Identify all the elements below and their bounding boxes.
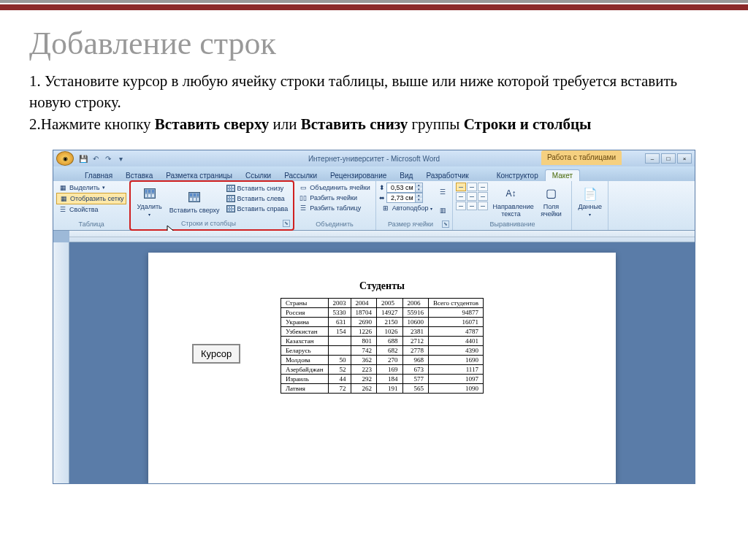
table-cell[interactable]: 682 — [377, 346, 403, 356]
table-cell[interactable]: 10600 — [402, 318, 429, 327]
insert-left-button[interactable]: Вставить слева — [224, 193, 291, 204]
table-cell[interactable]: 154 — [328, 327, 351, 337]
insert-below-button[interactable]: Вставить снизу — [224, 183, 291, 193]
table-cell[interactable]: 2712 — [402, 337, 429, 346]
align-tc[interactable] — [467, 183, 477, 191]
table-row[interactable]: Россия533018704149275591694877 — [280, 308, 483, 318]
table-row[interactable]: Беларусь74268227784390 — [280, 346, 483, 356]
office-button[interactable]: ◉ — [56, 151, 74, 166]
align-bl[interactable] — [456, 202, 466, 210]
table-cell[interactable]: 4401 — [429, 337, 484, 346]
table-cell[interactable]: Беларусь — [280, 346, 328, 356]
table-row[interactable]: Азербайджан522231696731117 — [280, 365, 483, 375]
height-down[interactable]: ▾ — [415, 188, 422, 192]
tab-view[interactable]: Вид — [393, 170, 419, 181]
table-cell[interactable]: Казахстан — [280, 337, 328, 346]
data-button[interactable]: 📄 Данные ▾ — [575, 183, 605, 220]
table-cell[interactable] — [328, 337, 351, 346]
tab-pagelayout[interactable]: Разметка страницы — [159, 170, 239, 181]
table-row[interactable]: Узбекистан1541226102623814787 — [280, 327, 483, 337]
table-cell[interactable]: 1097 — [429, 375, 484, 384]
table-cell[interactable]: 742 — [351, 346, 377, 356]
table-cell[interactable]: Молдова — [280, 356, 328, 365]
table-cell[interactable]: 184 — [377, 375, 403, 384]
table-cell[interactable]: Украина — [280, 318, 328, 327]
rowscols-launcher[interactable]: ⬊ — [283, 220, 290, 227]
distribute-rows-button[interactable]: ☰ — [436, 187, 449, 197]
table-cell[interactable]: 270 — [377, 356, 403, 365]
table-cell[interactable]: 18704 — [351, 308, 377, 318]
table-cell[interactable]: 52 — [328, 365, 351, 375]
table-cell[interactable]: 801 — [351, 337, 377, 346]
align-tl[interactable] — [456, 183, 466, 191]
merge-cells-button[interactable]: ▭Объединить ячейки — [297, 183, 372, 193]
align-mc[interactable] — [467, 192, 477, 201]
page-viewport[interactable]: Студенты Страны2003200420052006Всего сту… — [69, 242, 695, 483]
tab-insert[interactable]: Вставка — [119, 170, 159, 181]
table-row[interactable]: Молдова503622709681690 — [280, 356, 483, 365]
select-button[interactable]: ▦Выделить▾ — [56, 183, 126, 193]
tab-home[interactable]: Главная — [78, 170, 119, 181]
table-cell[interactable]: 2381 — [402, 327, 429, 337]
table-cell[interactable]: 2778 — [402, 346, 429, 356]
table-cell[interactable]: 4390 — [429, 346, 484, 356]
table-header-cell[interactable]: 2004 — [351, 299, 377, 308]
table-cell[interactable]: 362 — [351, 356, 377, 365]
align-bc[interactable] — [467, 202, 477, 210]
properties-button[interactable]: ☰Свойства — [56, 204, 126, 215]
table-header-cell[interactable]: 2003 — [328, 299, 351, 308]
table-cell[interactable]: 2690 — [351, 318, 377, 327]
table-cell[interactable] — [328, 346, 351, 356]
height-input[interactable] — [387, 183, 415, 192]
table-cell[interactable]: 565 — [402, 384, 429, 394]
tab-developer[interactable]: Разработчик — [419, 170, 475, 181]
table-cell[interactable]: 1690 — [429, 356, 484, 365]
table-cell[interactable]: Израиль — [280, 375, 328, 384]
table-cell[interactable]: 44 — [328, 375, 351, 384]
tab-review[interactable]: Рецензирование — [324, 170, 393, 181]
table-cell[interactable]: 72 — [328, 384, 351, 394]
distribute-cols-button[interactable]: ▥ — [436, 205, 449, 215]
tab-references[interactable]: Ссылки — [239, 170, 278, 181]
qat-save-icon[interactable]: 💾 — [78, 153, 88, 164]
insert-right-button[interactable]: Вставить справа — [224, 204, 291, 214]
table-cell[interactable]: 16071 — [429, 318, 484, 327]
vertical-ruler[interactable] — [53, 242, 69, 483]
cellsize-launcher[interactable]: ⬊ — [442, 220, 449, 228]
tab-mailings[interactable]: Рассылки — [278, 170, 324, 181]
table-cell[interactable]: 262 — [351, 384, 377, 394]
table-cell[interactable]: 577 — [402, 375, 429, 384]
table-header-cell[interactable]: Страны — [280, 299, 328, 308]
table-cell[interactable]: 50 — [328, 356, 351, 365]
table-cell[interactable]: 1117 — [429, 365, 484, 375]
align-ml[interactable] — [456, 192, 466, 201]
table-cell[interactable]: 5330 — [328, 308, 351, 318]
table-cell[interactable]: 223 — [351, 365, 377, 375]
table-header-cell[interactable]: 2006 — [402, 299, 429, 308]
table-row[interactable]: Казахстан80168827124401 — [280, 337, 483, 346]
table-cell[interactable]: Азербайджан — [280, 365, 328, 375]
qat-undo-icon[interactable]: ↶ — [91, 153, 101, 164]
students-table[interactable]: Страны2003200420052006Всего студентов Ро… — [280, 298, 484, 394]
table-cell[interactable]: 94877 — [429, 308, 484, 318]
table-cell[interactable]: 169 — [377, 365, 403, 375]
table-cell[interactable]: 673 — [402, 365, 429, 375]
qat-redo-icon[interactable]: ↷ — [103, 153, 113, 164]
table-cell[interactable]: 4787 — [429, 327, 484, 337]
maximize-button[interactable]: □ — [661, 153, 676, 164]
align-br[interactable] — [478, 202, 488, 210]
table-cell[interactable]: 631 — [328, 318, 351, 327]
align-tr[interactable] — [478, 183, 488, 191]
table-cell[interactable]: 191 — [377, 384, 403, 394]
text-direction-button[interactable]: A↕ Направление текста — [489, 183, 532, 220]
autofit-button[interactable]: ⊞Автоподбор▾ — [379, 203, 435, 213]
delete-button[interactable]: Удалить ▾ — [134, 183, 164, 219]
align-mr[interactable] — [478, 192, 488, 201]
qat-more-icon[interactable]: ▾ — [115, 153, 126, 164]
table-cell[interactable]: Латвия — [280, 384, 328, 394]
table-cell[interactable]: 55916 — [402, 308, 429, 318]
table-cell[interactable]: 14927 — [377, 308, 403, 318]
col-width-control[interactable]: ⬌▴▾ — [379, 193, 435, 203]
table-cell[interactable]: 2150 — [377, 318, 403, 327]
table-cell[interactable]: 1026 — [377, 327, 403, 337]
